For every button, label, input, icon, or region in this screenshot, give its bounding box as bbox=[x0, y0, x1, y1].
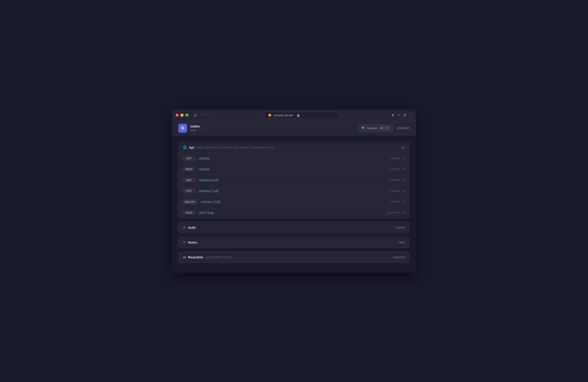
method-badge: PUT bbox=[183, 189, 195, 193]
settings-icon[interactable]: ⚙ bbox=[402, 178, 405, 182]
section-api: 🌐Apihttps://2kdohx7w13.execute-api.us-ea… bbox=[178, 142, 410, 218]
address-bar: 🔶 console.sst.dev 🔒 bbox=[215, 112, 389, 118]
ellipsis-icon[interactable]: ··· bbox=[410, 113, 412, 117]
meta-key: ⌘ bbox=[379, 126, 384, 130]
route-size: 2.44 MB bbox=[390, 157, 399, 160]
settings-icon[interactable]: ⚙ bbox=[402, 211, 405, 215]
section-url[interactable]: https://demo.sst.dev bbox=[206, 256, 232, 259]
logout-button[interactable]: LOGOUT bbox=[397, 126, 410, 130]
section-type: Table bbox=[398, 241, 405, 244]
api-section-icon: 🌐 bbox=[183, 146, 187, 149]
share-icon[interactable]: ⬆ bbox=[391, 113, 394, 117]
titlebar: ⊞ ˅ ‹ › 🔶 console.sst.dev 🔒 ⬆ + ⧉ ··· bbox=[172, 110, 416, 121]
method-badge: DELETE bbox=[183, 200, 197, 204]
address-text: console.sst.dev bbox=[273, 113, 293, 117]
method-badge: GET bbox=[183, 156, 195, 161]
header-right: 🔍 Jump to ⌘ K LOGOUT bbox=[358, 124, 410, 132]
browser-window: ⊞ ˅ ‹ › 🔶 console.sst.dev 🔒 ⬆ + ⧉ ··· G … bbox=[172, 110, 416, 273]
keyboard-shortcut: ⌘ K bbox=[379, 126, 390, 130]
chevron-down-icon[interactable]: ˅ bbox=[199, 112, 203, 118]
auth-section-icon: ⚙ bbox=[183, 225, 186, 229]
app-info: notes prod bbox=[190, 124, 200, 132]
route-size: 2.44 MB bbox=[390, 168, 399, 171]
section-name: ReactSite bbox=[188, 255, 203, 259]
route-size: 2.44 MB bbox=[390, 189, 399, 193]
section-type: StaticSite bbox=[393, 256, 405, 259]
section-type: Cognito bbox=[395, 226, 405, 229]
route-path: /notes bbox=[198, 167, 210, 171]
settings-icon[interactable]: ⚙ bbox=[402, 157, 405, 160]
address-input[interactable]: 🔶 console.sst.dev 🔒 bbox=[264, 112, 339, 118]
search-icon: 🔍 bbox=[362, 126, 365, 130]
k-key: K bbox=[385, 126, 390, 130]
section-header-api: 🌐Apihttps://2kdohx7w13.execute-api.us-ea… bbox=[178, 142, 410, 153]
sidebar-toggle-icon[interactable]: ⊞ bbox=[193, 112, 198, 118]
route-path: /notes/{id} bbox=[198, 178, 219, 182]
table-row[interactable]: GET/notes/{id}2.44 MB⚙ bbox=[178, 175, 410, 186]
close-button[interactable] bbox=[176, 113, 179, 117]
table-row[interactable]: PUT/notes/{id}2.44 MB⚙ bbox=[178, 186, 410, 197]
route-path: /notes/{id} bbox=[198, 189, 219, 193]
main-content: 🌐Apihttps://2kdohx7w13.execute-api.us-ea… bbox=[172, 135, 416, 273]
route-path: /notes/{id} bbox=[200, 200, 221, 204]
duplicate-icon[interactable]: ⧉ bbox=[403, 113, 406, 117]
lock-icon: 🔒 bbox=[296, 113, 300, 117]
route-path: /billing bbox=[198, 211, 213, 215]
table-row[interactable]: DELETE/notes/{id}2.44 MB⚙ bbox=[178, 197, 410, 207]
minimize-button[interactable] bbox=[181, 113, 184, 117]
app-header: G notes prod ⌄ 🔍 Jump to ⌘ K LOGOUT bbox=[172, 121, 416, 135]
section-name: Notes bbox=[188, 241, 197, 244]
maximize-button[interactable] bbox=[185, 113, 189, 117]
app-logo: G notes prod ⌄ bbox=[178, 124, 207, 133]
route-size: 2.44 MB bbox=[390, 200, 399, 203]
jump-to-label: Jump to bbox=[367, 126, 377, 130]
route-path: /notes bbox=[198, 157, 210, 160]
section-reactsite: ▦ReactSitehttps://demo.sst.devStaticSite bbox=[178, 251, 410, 263]
titlebar-actions: ⬆ + ⧉ ··· bbox=[391, 113, 412, 117]
settings-icon[interactable]: ⚙ bbox=[402, 189, 405, 193]
forward-icon[interactable]: › bbox=[209, 112, 212, 118]
app-env: prod bbox=[190, 128, 200, 132]
reactsite-section-icon: ▦ bbox=[183, 255, 186, 259]
avatar: G bbox=[178, 124, 187, 133]
method-badge: GET bbox=[183, 178, 195, 182]
back-icon[interactable]: ‹ bbox=[205, 112, 208, 118]
section-header-auth: ⚙AuthCognito bbox=[178, 222, 410, 233]
settings-icon[interactable]: ⚙ bbox=[402, 167, 405, 171]
method-badge: POST bbox=[183, 167, 195, 172]
section-name: Auth bbox=[188, 225, 196, 229]
section-auth: ⚙AuthCognito bbox=[178, 222, 410, 233]
section-header-notes: ⚙NotesTable bbox=[178, 237, 410, 248]
site-icon: 🔶 bbox=[268, 113, 272, 117]
app-name: notes bbox=[190, 124, 200, 128]
route-size: 191.54 KB bbox=[387, 211, 399, 214]
table-row[interactable]: POST/billing191.54 KB⚙ bbox=[178, 207, 410, 218]
route-size: 2.44 MB bbox=[390, 179, 399, 182]
jump-to-button[interactable]: 🔍 Jump to ⌘ K bbox=[358, 124, 393, 132]
new-tab-icon[interactable]: + bbox=[398, 113, 400, 117]
table-row[interactable]: GET/notes2.44 MB⚙ bbox=[178, 153, 410, 164]
method-badge: POST bbox=[183, 210, 195, 215]
section-header-reactsite: ▦ReactSitehttps://demo.sst.devStaticSite bbox=[178, 252, 410, 263]
section-name: Api bbox=[189, 146, 194, 149]
notes-section-icon: ⚙ bbox=[183, 241, 186, 244]
settings-icon[interactable]: ⚙ bbox=[402, 200, 405, 204]
section-notes: ⚙NotesTable bbox=[178, 237, 410, 248]
chevron-down-icon[interactable]: ⌄ bbox=[205, 126, 207, 130]
traffic-lights bbox=[176, 113, 189, 117]
section-url[interactable]: https://2kdohx7w13.execute-api.us-east-1… bbox=[197, 146, 274, 149]
section-type: Api bbox=[401, 146, 405, 149]
table-row[interactable]: POST/notes2.44 MB⚙ bbox=[178, 164, 410, 175]
nav-controls: ⊞ ˅ ‹ › bbox=[193, 112, 212, 118]
